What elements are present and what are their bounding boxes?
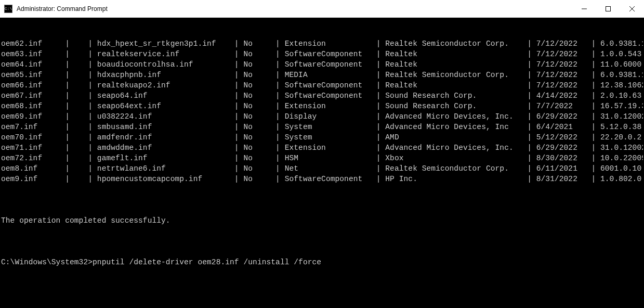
- table-row: oem71.inf | | amdwddme.inf | No | Extens…: [1, 143, 643, 153]
- titlebar: C:\ Administrator: Command Prompt: [0, 0, 644, 18]
- titlebar-left: C:\ Administrator: Command Prompt: [0, 5, 572, 13]
- table-row: oem64.inf | | boaudiocontrolhsa.inf | No…: [1, 59, 643, 70]
- minimize-icon: [582, 6, 587, 11]
- table-row: oem70.inf | | amdfendr.inf | No | System…: [1, 132, 643, 143]
- terminal-output[interactable]: oem62.inf | | hdx_hpext_sr_rtkgen3p1.inf…: [0, 18, 644, 308]
- table-row: oem9.inf | | hpomencustomcapcomp.inf | N…: [1, 174, 643, 184]
- table-row: oem62.inf | | hdx_hpext_sr_rtkgen3p1.inf…: [1, 38, 643, 49]
- close-button[interactable]: [620, 0, 644, 18]
- window-controls: [572, 0, 644, 18]
- table-row: oem67.inf | | seapo64.inf | No | Softwar…: [1, 91, 643, 101]
- svg-rect-1: [606, 6, 611, 11]
- app-icon: C:\: [4, 5, 12, 13]
- table-row: oem8.inf | | netrtwlane6.inf | No | Net …: [1, 163, 643, 174]
- minimize-button[interactable]: [572, 0, 596, 18]
- table-row: oem68.inf | | seapo64ext.inf | No | Exte…: [1, 101, 643, 111]
- table-row: oem63.inf | | realtekservice.inf | No | …: [1, 49, 643, 59]
- command-input[interactable]: pnputil /delete-driver oem28.inf /uninst…: [93, 258, 321, 266]
- close-icon: [629, 6, 635, 11]
- status-line: The operation completed successfully.: [1, 215, 643, 226]
- table-row: oem65.inf | | hdxacphpnb.inf | No | MEDI…: [1, 70, 643, 80]
- maximize-icon: [606, 6, 611, 11]
- window-title: Administrator: Command Prompt: [17, 5, 108, 12]
- table-row: oem69.inf | | u0382224.inf | No | Displa…: [1, 111, 643, 122]
- prompt-line: C:\Windows\System32>pnputil /delete-driv…: [1, 257, 643, 267]
- table-row: oem72.inf | | gameflt.inf | No | HSM | X…: [1, 153, 643, 163]
- maximize-button[interactable]: [596, 0, 620, 18]
- table-row: oem7.inf | | smbusamd.inf | No | System …: [1, 122, 643, 132]
- prompt: C:\Windows\System32>: [1, 258, 93, 266]
- table-row: oem66.inf | | realtekuapo2.inf | No | So…: [1, 80, 643, 91]
